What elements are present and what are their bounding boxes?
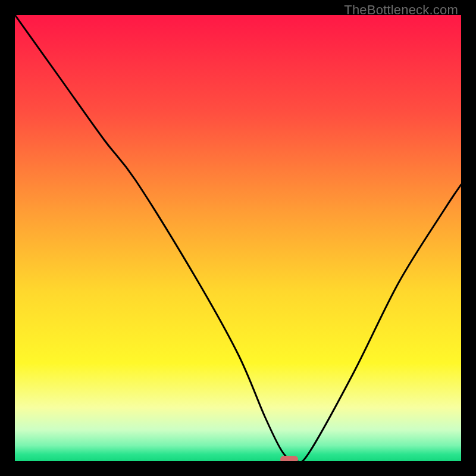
watermark-text: TheBottleneck.com xyxy=(344,2,458,18)
bottleneck-curve xyxy=(15,15,461,461)
chart-frame: TheBottleneck.com xyxy=(0,0,476,476)
optimal-marker xyxy=(280,456,298,461)
plot-area xyxy=(15,15,461,461)
